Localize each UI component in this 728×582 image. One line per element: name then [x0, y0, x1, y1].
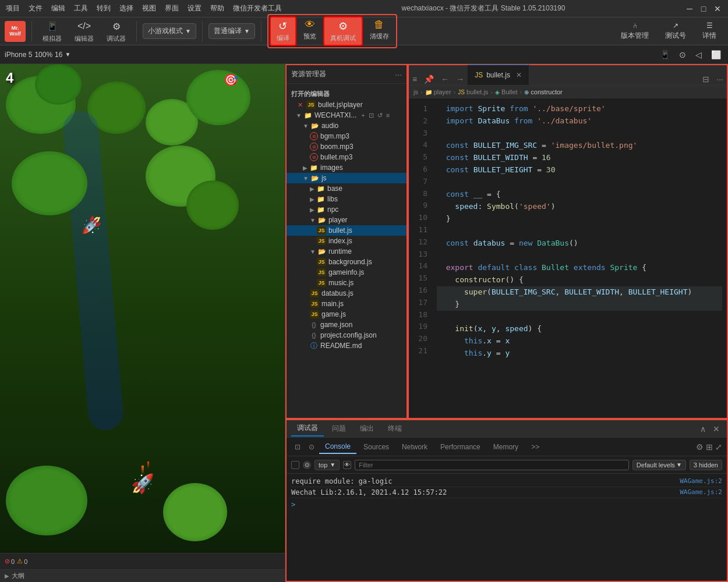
file-game-js[interactable]: JS game.js: [287, 309, 407, 320]
folder-js[interactable]: ▼ 📂 js: [287, 173, 407, 183]
devtools-settings-icon[interactable]: ⚙: [696, 442, 704, 452]
window-controls[interactable]: ─ □ ✕: [685, 4, 722, 13]
file-index-js[interactable]: JS index.js: [287, 236, 407, 246]
circle-icon[interactable]: ⊙: [677, 49, 688, 61]
detail-button[interactable]: ☰ 详情: [695, 19, 723, 43]
menu-help[interactable]: 帮助: [210, 3, 224, 13]
tab-close-icon[interactable]: ✕: [516, 71, 522, 79]
file-boom[interactable]: ⊘ boom.mp3: [287, 141, 407, 152]
file-bgm[interactable]: ⊘ bgm.mp3: [287, 131, 407, 141]
pin-icon-btn[interactable]: 📌: [420, 73, 437, 85]
preview-button[interactable]: 👁 预览: [298, 16, 322, 46]
devtools-tab-more[interactable]: >>: [525, 441, 545, 453]
devtools-tab-console[interactable]: Console: [319, 440, 356, 454]
folder-npc[interactable]: ▶ 📁 npc: [287, 204, 407, 215]
log-levels-dropdown[interactable]: Default levels ▼: [632, 460, 686, 470]
add-file-icon[interactable]: +: [361, 112, 365, 119]
devtools-tab-sources[interactable]: Sources: [358, 441, 395, 453]
menu-wechat[interactable]: 微信开发者工具: [233, 3, 282, 13]
nav-back-button[interactable]: ←: [437, 73, 453, 85]
menu-project[interactable]: 项目: [6, 3, 20, 13]
menu-goto[interactable]: 转到: [97, 3, 111, 13]
debugger-button[interactable]: ⚙ 调试器: [102, 17, 130, 45]
devtools-tab-memory[interactable]: Memory: [487, 441, 524, 453]
collapse-icon[interactable]: ≡: [386, 112, 390, 119]
devtools-tab-performance[interactable]: Performance: [434, 441, 486, 453]
minimize-button[interactable]: ─: [685, 4, 694, 13]
menu-interface[interactable]: 界面: [165, 3, 179, 13]
testaccount-button[interactable]: ↗ 测试号: [658, 19, 693, 43]
devtools-circle-icon[interactable]: ⊙: [305, 443, 318, 451]
file-databus-js[interactable]: JS databus.js: [287, 288, 407, 299]
devtools-layout-icon[interactable]: ⊞: [706, 442, 713, 452]
tab-debugger[interactable]: 调试器: [291, 421, 324, 436]
bottom-panel-controls[interactable]: ∧ ✕: [698, 423, 722, 435]
code-content[interactable]: import Sprite from '../base/sprite' impo…: [432, 98, 727, 418]
menu-tools[interactable]: 工具: [74, 3, 88, 13]
eye-filter-icon[interactable]: 👁: [343, 461, 351, 469]
console-filter-input[interactable]: [355, 460, 629, 470]
add-folder-icon[interactable]: ⊡: [369, 112, 374, 119]
devtools-popout-icon[interactable]: ⤢: [715, 442, 722, 452]
version-button[interactable]: ⑃ 版本管理: [614, 19, 656, 43]
tab-bullet-js[interactable]: JS bullet.js ✕: [468, 65, 529, 85]
console-source-2[interactable]: WAGame.js:2: [680, 488, 722, 496]
file-background-js[interactable]: JS background.js: [287, 257, 407, 267]
project-root[interactable]: ▼ 📁 WECHATXI... + ⊡ ↺ ≡: [287, 110, 407, 120]
folder-runtime[interactable]: ▼ 📂 runtime: [287, 246, 407, 257]
menu-file[interactable]: 文件: [29, 3, 43, 13]
nav-forward-button[interactable]: →: [453, 73, 468, 85]
refresh-icon[interactable]: ↺: [377, 112, 383, 119]
outline-bar[interactable]: ▶ 大纲: [0, 569, 285, 582]
user-avatar[interactable]: Mr.Wolf: [5, 21, 26, 42]
context-selector[interactable]: top ▼: [314, 460, 340, 470]
devtools-inspect-icon[interactable]: ⊡: [291, 443, 304, 451]
file-gameinfo-js[interactable]: JS gameinfo.js: [287, 267, 407, 278]
debug-device-button[interactable]: ⚙ 真机调试: [323, 16, 363, 46]
close-panel-icon[interactable]: ✕: [711, 423, 722, 435]
more-icon[interactable]: ···: [395, 70, 402, 79]
editor-button[interactable]: </> 编辑器: [70, 17, 98, 45]
devtools-right-controls[interactable]: ⚙ ⊞ ⤢: [696, 442, 722, 452]
close-button[interactable]: ✕: [713, 4, 722, 13]
folder-player[interactable]: ▼ 📂 player: [287, 215, 407, 225]
console-prompt[interactable]: >: [291, 501, 722, 509]
sidebar-toggle-icon[interactable]: ≡: [412, 74, 417, 84]
game-mode-dropdown[interactable]: 小游戏模式 ▼: [143, 23, 196, 39]
phone-icon[interactable]: 📱: [658, 49, 672, 61]
file-bullet-js[interactable]: JS bullet.js: [287, 225, 407, 236]
file-music-js[interactable]: JS music.js: [287, 278, 407, 288]
editor-more-icon[interactable]: ···: [713, 73, 727, 85]
tab-problems[interactable]: 问题: [326, 421, 352, 436]
console-source-1[interactable]: WAGame.js:2: [680, 477, 722, 485]
open-file-bullet[interactable]: ✕ JS bullet.js\player: [287, 100, 407, 110]
folder-audio[interactable]: ▼ 📂 audio: [287, 120, 407, 131]
split-editor-icon[interactable]: ⊟: [699, 73, 713, 85]
panel-actions[interactable]: ···: [395, 70, 402, 79]
folder-images[interactable]: ▶ 📁 images: [287, 162, 407, 173]
file-readme[interactable]: ⓘ README.md: [287, 340, 407, 351]
folder-libs[interactable]: ▶ 📁 libs: [287, 194, 407, 204]
compile-button[interactable]: ↺ 编译: [270, 16, 296, 46]
close-icon[interactable]: ✕: [296, 101, 304, 109]
maximize-button[interactable]: □: [699, 4, 708, 13]
compile-mode-dropdown[interactable]: 普通编译 ▼: [208, 23, 255, 39]
device-controls[interactable]: 📱 ⊙ ◁ ⬜: [658, 49, 723, 61]
clear-cache-button[interactable]: 🗑 清缓存: [364, 16, 395, 46]
tab-output[interactable]: 编出: [354, 421, 380, 436]
simulator-button[interactable]: 📱 模拟器: [38, 17, 66, 45]
devtools-tab-network[interactable]: Network: [396, 441, 433, 453]
pause-exceptions-icon[interactable]: ⊙: [303, 461, 311, 469]
editor-sidebar-toggle[interactable]: ≡: [409, 73, 420, 85]
clear-console-icon[interactable]: [291, 461, 299, 469]
file-game-json[interactable]: {} game.json: [287, 320, 407, 330]
menu-settings[interactable]: 设置: [188, 3, 202, 13]
file-project-config[interactable]: {} project.config.json: [287, 330, 407, 340]
back-icon[interactable]: ◁: [693, 49, 704, 61]
menu-edit[interactable]: 编辑: [51, 3, 65, 13]
menu-select[interactable]: 选择: [119, 3, 133, 13]
file-main-js[interactable]: JS main.js: [287, 299, 407, 309]
menu-bar[interactable]: 项目 文件 编辑 工具 转到 选择 视图 界面 设置 帮助 微信开发者工具: [6, 3, 282, 13]
file-bullet-mp3[interactable]: ⊘ bullet.mp3: [287, 152, 407, 162]
rotate-icon[interactable]: ⬜: [709, 49, 723, 61]
